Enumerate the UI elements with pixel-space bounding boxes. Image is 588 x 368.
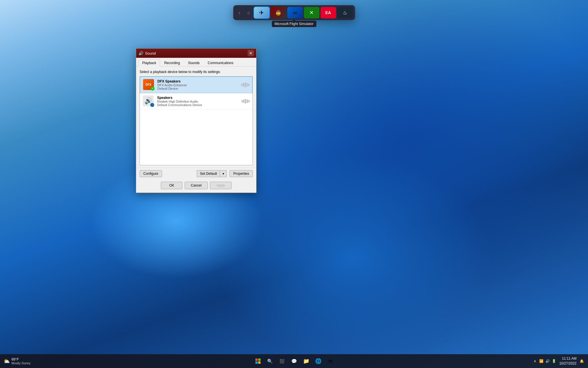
dialog-instruction: Select a playback device below to modify… bbox=[140, 70, 253, 74]
app-switcher-home[interactable]: ⌂ bbox=[245, 9, 253, 17]
app-thumb-flight-sim[interactable]: ✈ bbox=[254, 7, 269, 18]
device-bars-speakers bbox=[242, 99, 250, 103]
bar-4 bbox=[246, 83, 248, 87]
search-icon: 🔍 bbox=[267, 359, 273, 364]
configure-button[interactable]: Configure bbox=[140, 170, 162, 177]
weather-icon: ⛅ bbox=[3, 358, 10, 364]
weather-condition: Mostly Sunny bbox=[11, 361, 30, 365]
set-default-arrow-button[interactable]: ▼ bbox=[220, 170, 227, 177]
app-thumb-steam[interactable]: ♨ bbox=[337, 7, 353, 18]
device-badge-dfx: ✓ bbox=[151, 87, 155, 91]
device-item-dfx[interactable]: DFX ✓ DFX Speakers DFX Audio Enhancer De… bbox=[140, 76, 252, 93]
weather-widget[interactable]: ⛅ 68°F Mostly Sunny bbox=[3, 357, 30, 365]
chat-icon: 💬 bbox=[291, 359, 297, 364]
app-switcher: ‹ ⌂ ✈ 🤠 🏎 ✕ EA ♨ bbox=[233, 5, 355, 20]
app-thumb-ea[interactable]: EA bbox=[321, 7, 336, 18]
clock-date: 10/27/2022 bbox=[559, 361, 577, 366]
start-button[interactable] bbox=[253, 356, 263, 366]
tray-battery[interactable]: 🔋 bbox=[551, 358, 557, 364]
set-default-button[interactable]: Set Default bbox=[197, 170, 220, 177]
dialog-actions: OK Cancel Apply bbox=[136, 179, 256, 193]
app-thumb-rdr[interactable]: 🤠 bbox=[271, 7, 286, 18]
bar-s4 bbox=[247, 99, 248, 103]
app-thumb-forza[interactable]: 🏎 bbox=[287, 7, 303, 18]
sound-dialog: 🔊 Sound ✕ Playback Recording Sounds Comm… bbox=[136, 48, 257, 193]
device-bars-dfx bbox=[241, 83, 249, 87]
desktop-background bbox=[0, 0, 588, 368]
dialog-title-icon: 🔊 bbox=[138, 51, 143, 55]
set-default-group: Set Default ▼ bbox=[197, 170, 227, 177]
svg-rect-1 bbox=[258, 359, 261, 361]
app-thumb-xbox[interactable]: ✕ bbox=[304, 7, 319, 18]
device-info-dfx: DFX Speakers DFX Audio Enhancer Default … bbox=[157, 79, 238, 90]
bar-5 bbox=[248, 84, 249, 86]
clock-time: 11:11 AM bbox=[559, 356, 577, 361]
bar-1 bbox=[241, 84, 242, 86]
bar-s3 bbox=[245, 99, 246, 103]
app-switcher-tooltip: Microsoft Flight Simulator bbox=[272, 21, 316, 27]
file-explorer-button[interactable]: 📁 bbox=[301, 356, 311, 366]
task-view-button[interactable]: ⬛ bbox=[277, 356, 287, 366]
svg-rect-2 bbox=[255, 361, 258, 364]
dialog-title-text: Sound bbox=[145, 51, 156, 55]
search-button[interactable]: 🔍 bbox=[265, 356, 275, 366]
tray-icons: ∧ 📶 🔊 🔋 bbox=[532, 358, 557, 364]
chat-button[interactable]: 💬 bbox=[289, 356, 299, 366]
bar-s1 bbox=[242, 100, 243, 102]
tray-network[interactable]: 📶 bbox=[539, 358, 544, 364]
bar-2 bbox=[243, 83, 244, 87]
apply-button[interactable]: Apply bbox=[210, 182, 232, 189]
device-item-speakers[interactable]: 🔊 📞 Speakers Realtek High Definition Aud… bbox=[140, 93, 252, 110]
tray-sound[interactable]: 🔊 bbox=[545, 358, 551, 364]
dialog-tabs: Playback Recording Sounds Communications bbox=[136, 58, 256, 66]
device-name-speakers: Speakers bbox=[157, 96, 239, 100]
device-sub1-dfx: DFX Audio Enhancer bbox=[157, 83, 238, 87]
tab-playback[interactable]: Playback bbox=[138, 59, 160, 66]
store-icon: 🛍 bbox=[328, 359, 333, 364]
dialog-content: Select a playback device below to modify… bbox=[136, 66, 256, 168]
taskbar-center: 🔍 ⬛ 💬 📁 🌐 🛍 bbox=[253, 356, 336, 366]
weather-temp: 68°F bbox=[11, 357, 30, 361]
bar-3 bbox=[245, 83, 246, 87]
dialog-bottom-controls: Configure Set Default ▼ Properties bbox=[136, 168, 256, 179]
device-icon-speakers-wrap: 🔊 📞 bbox=[143, 95, 154, 107]
system-clock[interactable]: 11:11 AM 10/27/2022 bbox=[559, 356, 577, 366]
tab-communications[interactable]: Communications bbox=[204, 59, 237, 66]
cancel-button[interactable]: Cancel bbox=[185, 182, 207, 189]
device-info-speakers: Speakers Realtek High Definition Audio D… bbox=[157, 96, 239, 107]
bar-s5 bbox=[248, 100, 250, 102]
device-sub2-speakers: Default Communications Device bbox=[157, 103, 239, 107]
device-sub2-dfx: Default Device bbox=[157, 87, 238, 90]
edge-icon: 🌐 bbox=[315, 358, 321, 364]
svg-rect-0 bbox=[255, 359, 258, 361]
bar-s2 bbox=[243, 99, 244, 103]
device-list[interactable]: DFX ✓ DFX Speakers DFX Audio Enhancer De… bbox=[140, 76, 253, 165]
file-explorer-icon: 📁 bbox=[303, 358, 309, 364]
taskbar-right: ∧ 📶 🔊 🔋 11:11 AM 10/27/2022 🔔 bbox=[532, 356, 585, 366]
properties-button[interactable]: Properties bbox=[230, 170, 253, 177]
store-button[interactable]: 🛍 bbox=[325, 356, 336, 366]
tab-sounds[interactable]: Sounds bbox=[184, 59, 203, 66]
ok-button[interactable]: OK bbox=[161, 182, 182, 189]
device-badge-speakers: 📞 bbox=[150, 103, 154, 107]
task-view-icon: ⬛ bbox=[279, 359, 284, 363]
device-name-dfx: DFX Speakers bbox=[157, 79, 238, 83]
dialog-titlebar: 🔊 Sound ✕ bbox=[136, 49, 256, 58]
dialog-close-button[interactable]: ✕ bbox=[248, 50, 254, 56]
tab-recording[interactable]: Recording bbox=[161, 59, 184, 66]
edge-button[interactable]: 🌐 bbox=[313, 356, 323, 366]
device-sub1-speakers: Realtek High Definition Audio bbox=[157, 100, 239, 103]
app-switcher-back[interactable]: ‹ bbox=[236, 9, 244, 17]
notification-button[interactable]: 🔔 bbox=[579, 358, 585, 364]
device-icon-dfx-wrap: DFX ✓ bbox=[143, 79, 155, 91]
svg-rect-3 bbox=[258, 361, 261, 364]
taskbar: ⛅ 68°F Mostly Sunny 🔍 ⬛ 💬 📁 🌐 bbox=[0, 354, 588, 368]
tray-chevron[interactable]: ∧ bbox=[532, 358, 538, 364]
